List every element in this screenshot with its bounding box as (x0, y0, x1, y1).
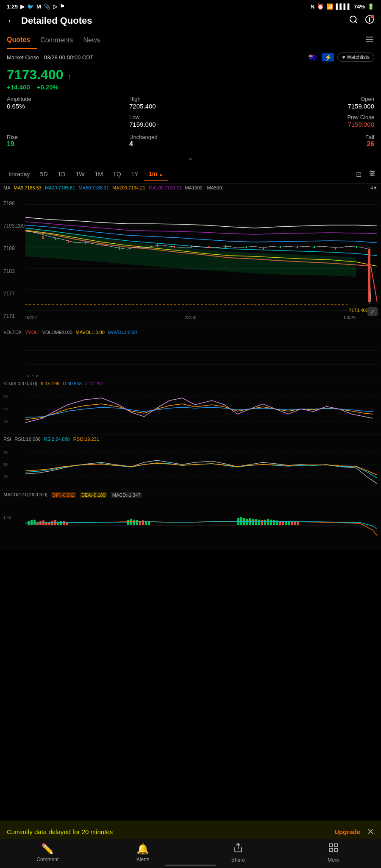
chart-fullscreen-icon[interactable]: ⊡ (354, 169, 363, 180)
search-button[interactable] (349, 15, 358, 27)
clip-icon: 📎 (44, 3, 50, 10)
battery-icon: 74% (354, 3, 365, 10)
chart-settings-icon[interactable] (367, 168, 378, 181)
svg-point-4 (369, 19, 370, 20)
ma500-value: MA500: (207, 185, 223, 190)
grid-icon (328, 843, 339, 855)
rsi3-value: RSI3:19.231 (73, 437, 99, 442)
ma100-value: MA100:7190.71 (149, 185, 182, 190)
svg-rect-75 (66, 522, 68, 525)
share-icon (233, 843, 243, 855)
watchlist-button[interactable]: ♥ Watchlists (337, 53, 374, 62)
rsi-row: RSI RSI1:10.086 RSI2:24.088 RSI3:19.231 (0, 434, 381, 443)
tab-comments[interactable]: Comments (40, 32, 80, 48)
svg-rect-72 (57, 522, 59, 525)
kdj-chart-svg: 80 50 20 (0, 388, 381, 434)
low-stat: Low 7159.000 (129, 113, 252, 129)
macd-label: MACD(12.0,26.0,9.0) (3, 492, 47, 498)
svg-rect-96 (273, 520, 275, 525)
mavol1-label: MAVOL1:0.00 (76, 330, 105, 335)
wifi-icon: 📶 (326, 3, 333, 10)
svg-rect-89 (252, 519, 254, 525)
australia-flag-icon[interactable]: 🇦🇺 (307, 53, 319, 61)
svg-rect-103 (294, 522, 296, 525)
more-button[interactable] (365, 15, 374, 27)
svg-rect-108 (330, 849, 333, 851)
price-change: +14.400 +0.20% (7, 83, 374, 91)
gmail-icon: M (36, 3, 41, 10)
banner-close-button[interactable]: ✕ (367, 826, 374, 837)
nav-comment[interactable]: ✏️ Comment (35, 843, 60, 862)
chart-tab-1w[interactable]: 1W (70, 168, 89, 180)
ma-count[interactable]: 4▼ (370, 185, 378, 190)
macd-row: MACD(12.0,26.0,9.0) DIF:-0.862 DEA:-0.18… (0, 490, 381, 500)
kdj-label: KDJ(9.0,3.0,3.0) (3, 381, 37, 386)
tab-menu-icon[interactable] (365, 35, 374, 46)
current-price: 7173.400 (7, 67, 63, 83)
volume-chart[interactable] (0, 337, 381, 379)
header-icons (349, 15, 374, 27)
rsi-chart-svg: 70 50 30 (0, 443, 381, 490)
svg-rect-102 (291, 522, 293, 525)
nav-more[interactable]: More (321, 843, 346, 863)
chart-tabs: Intraday 5D 1D 1W 1M 1Q 1Y 1m ▲ ⊡ (0, 165, 381, 184)
svg-rect-91 (258, 520, 260, 525)
lightning-icon[interactable]: ⚡ (322, 53, 334, 61)
chart-tab-1min[interactable]: 1m ▲ (144, 168, 168, 181)
chart-expand-button[interactable]: ⤢ (367, 307, 378, 316)
svg-rect-24 (68, 240, 69, 243)
main-chart[interactable]: 7196 7193.200 7189 7183 7177 7171 (0, 192, 381, 328)
chart-tab-1q[interactable]: 1Q (108, 168, 126, 180)
svg-rect-87 (246, 519, 248, 525)
notification-dot (371, 15, 374, 18)
ma9-value: MA9:7185.53 (14, 185, 42, 190)
battery-visual: 🔋 (367, 3, 374, 10)
price-change-value: +14.400 (7, 83, 30, 91)
high-stat: High 7205.400 (129, 95, 252, 111)
chart-tab-5d[interactable]: 5D (35, 168, 53, 180)
back-button[interactable]: ← (7, 15, 16, 26)
rsi1-value: RSI1:10.086 (14, 437, 40, 442)
mavol2-label: MAVOL2:0.00 (108, 330, 137, 335)
kdj-j-value: J:14.292 (85, 381, 103, 386)
rsi-chart[interactable]: 70 50 30 (0, 443, 381, 490)
svg-rect-82 (145, 522, 147, 525)
voltdx-label: VOLTDX (3, 330, 22, 335)
chart-tab-1m[interactable]: 1M (89, 168, 108, 180)
svg-text:70: 70 (3, 451, 8, 455)
nfc-icon: N (311, 3, 314, 10)
macd-macd-value: MACD:-1.347 (111, 492, 142, 498)
tab-news[interactable]: News (83, 32, 107, 48)
svg-rect-93 (264, 520, 266, 525)
ma200-value: MA200:7194.21 (112, 185, 145, 190)
price-change-percent: +0.20% (37, 83, 58, 91)
svg-rect-36 (280, 246, 281, 248)
svg-text:50: 50 (3, 407, 8, 411)
svg-point-3 (369, 17, 370, 18)
nav-share[interactable]: Share (225, 843, 251, 863)
svg-rect-47 (36, 375, 38, 377)
amplitude-stat: Amplitude 0.65% (7, 95, 129, 111)
chart-tab-1d[interactable]: 1D (53, 168, 71, 180)
ma-row: MA MA9:7185.53 MA20:7185.61 MA50:7186.01… (0, 184, 381, 192)
kdj-d-value: D:60.648 (63, 381, 82, 386)
main-chart-svg (0, 192, 381, 328)
chart-tab-1y[interactable]: 1Y (126, 168, 144, 180)
svg-rect-109 (334, 849, 337, 851)
svg-rect-40 (356, 246, 357, 248)
kdj-chart[interactable]: 80 50 20 (0, 388, 381, 434)
chevron-down-icon: ⌄ (187, 153, 194, 162)
ma20-value: MA20:7185.61 (45, 185, 75, 190)
chart-tab-intraday[interactable]: Intraday (3, 168, 35, 180)
bottom-nav: ✏️ Comment 🔔 Alerts Share More (0, 839, 381, 868)
svg-text:1.45: 1.45 (3, 515, 11, 520)
svg-rect-90 (255, 519, 257, 525)
upgrade-button[interactable]: Upgrade (334, 828, 360, 835)
svg-rect-78 (133, 520, 135, 525)
expand-button[interactable]: ⌄ (0, 150, 381, 165)
ma50-value: MA50:7186.01 (79, 185, 109, 190)
nav-alerts[interactable]: 🔔 Alerts (130, 843, 156, 862)
tab-quotes[interactable]: Quotes (7, 32, 37, 49)
svg-rect-25 (85, 241, 86, 244)
macd-chart[interactable]: 1.45 (0, 500, 381, 551)
